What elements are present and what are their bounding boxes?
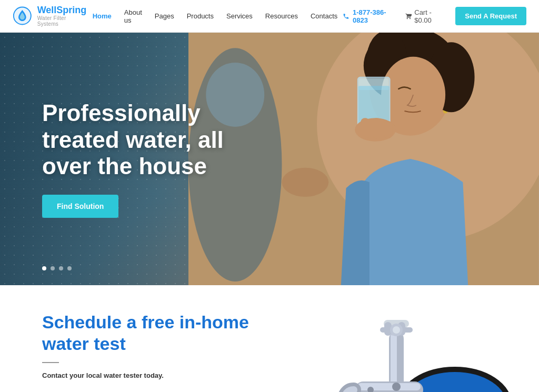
logo-icon (13, 6, 32, 26)
cart-icon (405, 13, 412, 20)
hero-dot-2[interactable] (51, 266, 55, 270)
svg-rect-15 (373, 118, 382, 138)
find-solution-button[interactable]: Find Solution (42, 195, 118, 218)
main-header: WellSpring Water Filter Systems Home Abo… (0, 0, 539, 33)
schedule-section: Schedule a free in-home water test Conta… (0, 285, 539, 392)
nav-resources[interactable]: Resources (260, 10, 303, 22)
nav-products[interactable]: Products (182, 10, 219, 22)
nav-services[interactable]: Services (221, 10, 258, 22)
nav-about[interactable]: About us (119, 6, 147, 26)
schedule-divider (42, 362, 59, 363)
hero-slide-dots (42, 266, 72, 270)
hero-dot-1[interactable] (42, 266, 46, 270)
cart[interactable]: Cart - $0.00 (405, 8, 447, 24)
hero-section: Professionally treated water, all over t… (0, 33, 539, 285)
nav-home[interactable]: Home (87, 10, 117, 22)
faucet-svg (297, 300, 518, 392)
schedule-title: Schedule a free in-home water test (42, 311, 263, 355)
schedule-description: Contact your local water tester today. (42, 371, 263, 379)
svg-point-44 (392, 383, 401, 391)
svg-rect-14 (361, 118, 370, 138)
svg-rect-35 (357, 383, 421, 390)
faucet-illustration (297, 300, 539, 392)
hero-content: Professionally treated water, all over t… (0, 100, 295, 218)
schedule-content: Schedule a free in-home water test Conta… (0, 285, 295, 392)
logo[interactable]: WellSpring Water Filter Systems (13, 5, 87, 27)
svg-point-43 (393, 326, 400, 334)
header-right: 1-877-386-0823 Cart - $0.00 Send A Reque… (343, 7, 526, 25)
phone-icon (343, 13, 350, 20)
hero-title: Professionally treated water, all over t… (42, 100, 253, 180)
nav-pages[interactable]: Pages (149, 10, 179, 22)
phone-number[interactable]: 1-877-386-0823 (343, 8, 396, 24)
nav-contacts[interactable]: Contacts (305, 10, 343, 22)
hero-dot-3[interactable] (59, 266, 63, 270)
hero-dot-4[interactable] (67, 266, 72, 270)
svg-rect-16 (384, 121, 393, 138)
main-nav: Home About us Pages Products Services Re… (87, 6, 343, 26)
logo-text: WellSpring Water Filter Systems (37, 5, 87, 27)
send-request-button[interactable]: Send A Request (455, 7, 526, 25)
